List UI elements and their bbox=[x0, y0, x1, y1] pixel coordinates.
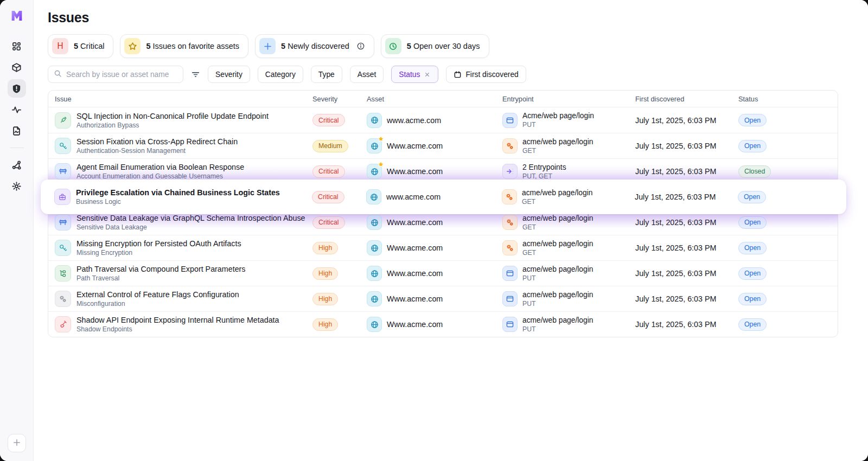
gears-gray-icon bbox=[55, 291, 71, 307]
entrypoint-name: acme/web page/login bbox=[522, 316, 593, 324]
star-icon bbox=[124, 38, 141, 54]
entrypoint-methods: GET bbox=[522, 249, 593, 257]
plus-icon bbox=[259, 38, 276, 54]
issue-category: Business Logic bbox=[76, 198, 280, 206]
asset-name: Www.acme.com bbox=[387, 320, 443, 329]
app-logo[interactable] bbox=[9, 8, 25, 24]
search-box[interactable] bbox=[48, 66, 183, 83]
add-button[interactable] bbox=[8, 434, 26, 452]
issue-row[interactable]: External Control of Feature Flags Config… bbox=[48, 286, 838, 311]
shovel-icon bbox=[55, 316, 71, 332]
asset-name: Www.acme.com bbox=[387, 244, 443, 252]
first-discovered-value: July 1st, 2025, 6:03 PM bbox=[635, 193, 738, 201]
filter-button-asset[interactable]: Asset bbox=[350, 66, 384, 83]
summary-card-favorite-assets[interactable]: 5 Issues on favorite assets bbox=[120, 34, 248, 58]
package-icon bbox=[11, 62, 22, 73]
entrypoint-methods: PUT, GET bbox=[522, 172, 566, 180]
first-discovered-value: July 1st, 2025, 6:03 PM bbox=[635, 294, 738, 303]
first-discovered-value: July 1st, 2025, 6:03 PM bbox=[635, 218, 738, 227]
gears-orange-icon bbox=[502, 189, 517, 204]
key-icon bbox=[55, 138, 71, 154]
column-header-status: Status bbox=[738, 95, 831, 103]
sidebar-item-issues[interactable] bbox=[8, 79, 26, 98]
issue-row-highlighted[interactable]: Privilege Escalation via Chained Busines… bbox=[41, 180, 846, 214]
entrypoint-name: acme/web page/login bbox=[522, 138, 593, 146]
gears-orange-icon bbox=[502, 240, 518, 255]
sidebar-nav bbox=[8, 37, 26, 195]
first-discovered-value: July 1st, 2025, 6:03 PM bbox=[635, 269, 738, 278]
column-header-severity: Severity bbox=[312, 95, 367, 103]
asset-name: Www.acme.com bbox=[387, 269, 443, 278]
sidebar bbox=[0, 0, 34, 461]
close-icon[interactable] bbox=[424, 71, 431, 78]
filter-chip-status[interactable]: Status bbox=[391, 66, 438, 83]
key-icon bbox=[55, 240, 71, 256]
issue-category: Account Enumeration and Guessable Userna… bbox=[76, 172, 244, 180]
table-body: SQL Injection in Non-Canonical Profile U… bbox=[48, 107, 838, 337]
issue-row[interactable]: Path Traversal via Compound Export Param… bbox=[48, 260, 838, 286]
status-badge: Open bbox=[738, 242, 767, 254]
globe-icon bbox=[366, 189, 381, 204]
column-header-issue: Issue bbox=[55, 95, 312, 103]
sidebar-item-graph[interactable] bbox=[8, 156, 26, 174]
first-discovered-value: July 1st, 2025, 6:03 PM bbox=[635, 244, 738, 252]
filter-button-severity[interactable]: Severity bbox=[208, 66, 250, 83]
issue-category: Missing Encryption bbox=[76, 249, 241, 257]
sidebar-item-assets[interactable] bbox=[8, 58, 26, 76]
issue-title: Agent Email Enumeration via Boolean Resp… bbox=[76, 163, 244, 171]
sidebar-item-reports[interactable] bbox=[8, 121, 26, 140]
entrypoint-name: 2 Entrypoints bbox=[522, 163, 566, 171]
status-badge: Open bbox=[738, 191, 766, 203]
entrypoint-methods: GET bbox=[522, 223, 593, 231]
sidebar-item-activity[interactable] bbox=[8, 100, 26, 119]
filter-lines-icon[interactable] bbox=[191, 70, 200, 79]
app-window: Issues H 5 Critical 5 Issues on favorite… bbox=[0, 0, 868, 461]
status-badge: Open bbox=[738, 293, 767, 305]
issue-title: External Control of Feature Flags Config… bbox=[76, 290, 239, 299]
asset-name: www.acme.com bbox=[387, 116, 441, 125]
summary-card-newly-discovered[interactable]: 5 Newly discovered bbox=[255, 34, 374, 58]
severity-badge: Critical bbox=[312, 114, 345, 126]
sidebar-item-settings[interactable] bbox=[8, 177, 26, 195]
status-badge: Open bbox=[738, 140, 767, 152]
entrypoint-methods: PUT bbox=[522, 325, 593, 333]
logo-icon bbox=[9, 8, 25, 24]
search-input[interactable] bbox=[66, 71, 177, 79]
entrypoint-name: acme/web page/login bbox=[522, 291, 593, 299]
browser-icon bbox=[502, 317, 518, 332]
globe-icon bbox=[367, 266, 382, 281]
summary-card-label: 5 Issues on favorite assets bbox=[146, 42, 239, 50]
summary-card-critical[interactable]: H 5 Critical bbox=[48, 34, 113, 58]
status-badge: Open bbox=[738, 318, 767, 331]
info-icon[interactable] bbox=[356, 42, 365, 50]
asset-name: Www.acme.com bbox=[387, 167, 443, 176]
gears-orange-icon bbox=[502, 138, 518, 153]
globe-icon bbox=[367, 291, 382, 306]
summary-cards: H 5 Critical 5 Issues on favorite assets… bbox=[48, 34, 838, 58]
filter-button-first-discovered[interactable]: First discovered bbox=[446, 66, 526, 83]
browser-icon bbox=[502, 266, 518, 281]
filter-button-type[interactable]: Type bbox=[311, 66, 342, 83]
first-discovered-value: July 1st, 2025, 6:03 PM bbox=[635, 116, 738, 125]
sidebar-item-dashboard[interactable] bbox=[8, 37, 26, 55]
gear-icon bbox=[11, 181, 22, 191]
asset-name: Www.acme.com bbox=[387, 142, 443, 150]
issue-row[interactable]: Shadow API Endpoint Exposing Internal Ru… bbox=[48, 311, 838, 337]
issue-row[interactable]: SQL Injection in Non-Canonical Profile U… bbox=[48, 107, 838, 133]
filter-chip-label: Status bbox=[399, 71, 420, 79]
summary-card-open-over-30-days[interactable]: 5 Open over 30 days bbox=[381, 34, 489, 58]
issue-title: Sensitive Data Leakage via GraphQL Schem… bbox=[76, 214, 305, 222]
issue-row[interactable]: Session Fixation via Cross-App Redirect … bbox=[48, 133, 838, 158]
syringe-icon bbox=[55, 112, 71, 129]
filter-button-category[interactable]: Category bbox=[258, 66, 303, 83]
summary-card-label: 5 Open over 30 days bbox=[407, 42, 480, 50]
browser-icon bbox=[502, 113, 518, 128]
severity-badge: High bbox=[312, 318, 338, 331]
globe-icon bbox=[367, 240, 382, 255]
entrypoint-name: acme/web page/login bbox=[522, 265, 593, 273]
globe-icon bbox=[367, 164, 382, 179]
status-badge: Open bbox=[738, 267, 767, 280]
globe-icon bbox=[367, 113, 382, 128]
status-badge: Closed bbox=[738, 165, 771, 178]
issue-row[interactable]: Missing Encryption for Persisted OAuth A… bbox=[48, 235, 838, 260]
